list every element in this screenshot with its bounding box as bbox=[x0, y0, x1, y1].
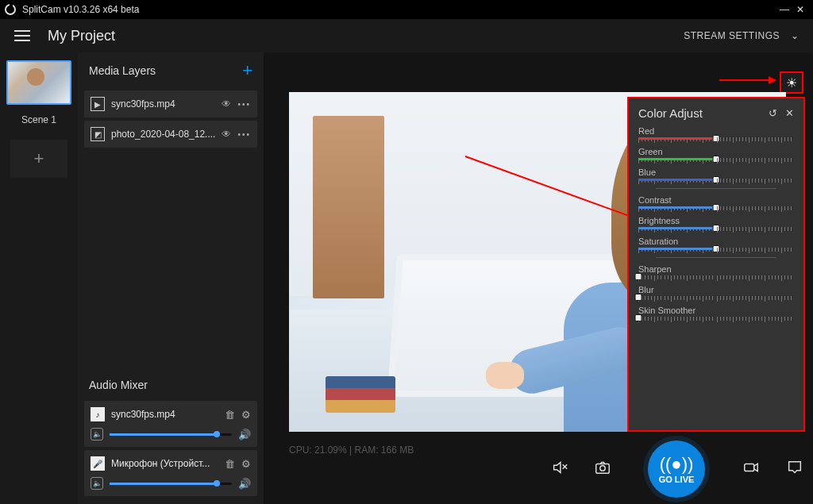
slider-left[interactable] bbox=[638, 158, 716, 163]
speaker-mute-icon[interactable] bbox=[551, 459, 568, 480]
annotation-arrow bbox=[719, 79, 775, 81]
close-button[interactable]: ✕ bbox=[792, 4, 808, 15]
slider-right[interactable] bbox=[717, 137, 795, 142]
color-control-brightness: Brightness bbox=[638, 216, 794, 232]
scenes-column: Scene 1 + bbox=[0, 52, 78, 504]
media-layers-title: Media Layers bbox=[89, 64, 156, 77]
speaker-icon[interactable]: 🔊 bbox=[238, 478, 251, 490]
color-adjust-toggle-button[interactable]: ☀ bbox=[780, 71, 803, 94]
broadcast-icon: ((●)) bbox=[660, 454, 694, 475]
slider-left[interactable] bbox=[638, 206, 716, 211]
layer-name: photo_2020-04-08_12.... bbox=[111, 129, 215, 140]
color-control-saturation: Saturation bbox=[638, 237, 794, 252]
audio-mixer-title: Audio Mixer bbox=[89, 379, 148, 391]
color-adjust-panel: Color Adjust ↺ ✕ RedGreenBlueContrastBri… bbox=[627, 97, 805, 432]
layer-name: sync30fps.mp4 bbox=[111, 98, 215, 110]
audio-mixer-section: Audio Mixer ♪sync30fps.mp4🗑⚙🔈🔊🎤Микрофон … bbox=[78, 371, 264, 504]
slider-right[interactable] bbox=[717, 317, 795, 321]
media-layer-item[interactable]: ◩photo_2020-04-08_12....👁••• bbox=[84, 121, 257, 148]
slider-right[interactable] bbox=[717, 275, 795, 280]
visibility-icon[interactable]: 👁 bbox=[222, 98, 231, 110]
slider-left[interactable] bbox=[638, 137, 716, 142]
slider-left[interactable] bbox=[638, 317, 716, 321]
speaker-icon[interactable]: 🔊 bbox=[238, 429, 251, 441]
delete-icon[interactable]: 🗑 bbox=[225, 458, 235, 470]
slider-right[interactable] bbox=[717, 248, 795, 252]
color-control-skin: Skin Smoother bbox=[638, 306, 794, 321]
menu-icon[interactable] bbox=[14, 30, 30, 41]
add-layer-button[interactable]: + bbox=[242, 60, 252, 81]
slider-right[interactable] bbox=[717, 179, 795, 183]
project-name[interactable]: My Project bbox=[48, 28, 115, 44]
color-control-red: Red bbox=[638, 126, 794, 142]
layer-type-icon: ▶ bbox=[91, 97, 105, 111]
media-layer-item[interactable]: ▶sync30fps.mp4👁••• bbox=[84, 90, 257, 117]
canvas-area: ☀ CPU: 21.09% | RAM: 166 MB Color Adjust bbox=[264, 52, 813, 504]
app-header: My Project STREAM SETTINGS ⌄ bbox=[0, 19, 813, 52]
volume-slider[interactable] bbox=[110, 483, 232, 485]
audio-item: ♪sync30fps.mp4🗑⚙🔈🔊 bbox=[84, 401, 257, 447]
layer-type-icon: ◩ bbox=[91, 127, 105, 141]
slider-right[interactable] bbox=[717, 296, 795, 301]
slider-right[interactable] bbox=[717, 206, 795, 211]
layers-column: Media Layers + ▶sync30fps.mp4👁•••◩photo_… bbox=[78, 52, 264, 504]
scene-thumbnail[interactable] bbox=[6, 60, 71, 105]
bottom-toolbar: ((●)) GO LIVE bbox=[551, 444, 803, 494]
svg-rect-4 bbox=[745, 464, 754, 471]
stream-settings-button[interactable]: STREAM SETTINGS bbox=[684, 30, 780, 41]
gear-icon[interactable]: ⚙ bbox=[241, 409, 251, 421]
color-control-green: Green bbox=[638, 147, 794, 163]
add-scene-button[interactable]: + bbox=[10, 140, 67, 178]
color-control-blue: Blue bbox=[638, 167, 794, 183]
status-text: CPU: 21.09% | RAM: 166 MB bbox=[289, 444, 414, 456]
slider-left[interactable] bbox=[638, 179, 716, 183]
chevron-down-icon[interactable]: ⌄ bbox=[791, 30, 799, 41]
more-icon[interactable]: ••• bbox=[237, 130, 251, 139]
color-control-blur: Blur bbox=[638, 285, 794, 301]
title-bar: SplitCam v10.3.26 x64 beta — ✕ bbox=[0, 0, 813, 19]
slider-right[interactable] bbox=[717, 158, 795, 163]
gear-icon[interactable]: ⚙ bbox=[241, 458, 251, 470]
audio-source-name: sync30fps.mp4 bbox=[111, 409, 218, 420]
media-layers-header: Media Layers + bbox=[78, 52, 264, 87]
snapshot-icon[interactable] bbox=[594, 459, 611, 480]
audio-source-icon: ♪ bbox=[91, 407, 105, 421]
close-panel-icon[interactable]: ✕ bbox=[785, 107, 794, 119]
app-title: SplitCam v10.3.26 x64 beta bbox=[22, 4, 139, 15]
volume-slider[interactable] bbox=[110, 433, 232, 436]
scene-label: Scene 1 bbox=[21, 114, 56, 125]
more-icon[interactable]: ••• bbox=[237, 100, 251, 109]
delete-icon[interactable]: 🗑 bbox=[225, 409, 235, 421]
color-adjust-title: Color Adjust bbox=[638, 106, 761, 120]
mute-icon[interactable]: 🔈 bbox=[91, 428, 103, 441]
minimize-button[interactable]: — bbox=[776, 4, 792, 15]
color-control-sharpen: Sharpen bbox=[638, 264, 794, 280]
slider-left[interactable] bbox=[638, 248, 716, 252]
control-label: Skin Smoother bbox=[638, 306, 794, 315]
color-control-contrast: Contrast bbox=[638, 195, 794, 211]
chat-icon[interactable] bbox=[786, 459, 803, 480]
main: Scene 1 + Media Layers + ▶sync30fps.mp4👁… bbox=[0, 52, 813, 504]
audio-item: 🎤Микрофон (Устройст...🗑⚙🔈🔊 bbox=[84, 450, 257, 496]
mute-icon[interactable]: 🔈 bbox=[91, 477, 103, 490]
visibility-icon[interactable]: 👁 bbox=[222, 129, 231, 140]
slider-right[interactable] bbox=[717, 227, 795, 232]
control-label: Sharpen bbox=[638, 264, 794, 274]
slider-left[interactable] bbox=[638, 227, 716, 232]
control-label: Blur bbox=[638, 285, 794, 294]
audio-source-name: Микрофон (Устройст... bbox=[111, 458, 218, 469]
reset-icon[interactable]: ↺ bbox=[769, 107, 777, 119]
slider-left[interactable] bbox=[638, 296, 716, 301]
app-logo-icon bbox=[5, 4, 16, 15]
camera-icon[interactable] bbox=[742, 459, 761, 480]
slider-left[interactable] bbox=[638, 275, 716, 280]
svg-point-3 bbox=[600, 465, 605, 470]
audio-source-icon: 🎤 bbox=[91, 456, 105, 471]
go-live-button[interactable]: ((●)) GO LIVE bbox=[648, 441, 705, 498]
